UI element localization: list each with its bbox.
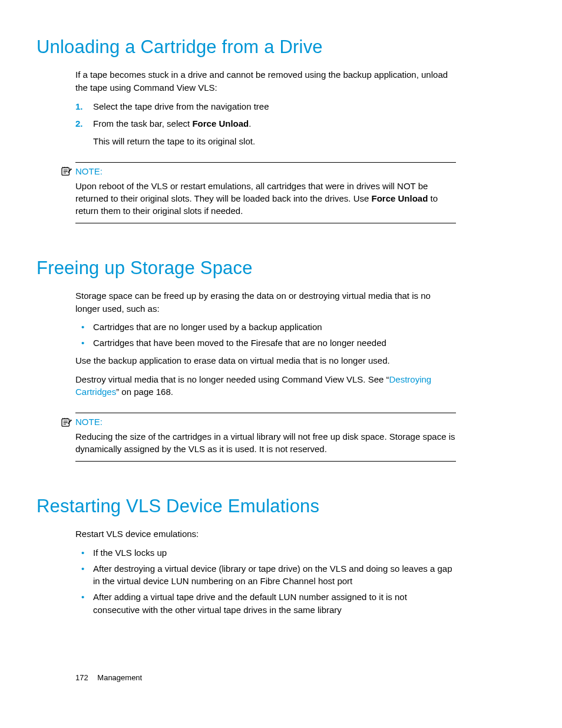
rule	[75, 413, 456, 413]
note-body: Reducing the size of the cartridges in a…	[75, 430, 456, 455]
s1-intro: If a tape becomes stuck in a drive and c…	[75, 68, 456, 94]
s3-bullets: If the VLS locks up After destroying a v…	[75, 546, 456, 617]
s2-bullets: Cartridges that are no longer used by a …	[75, 321, 456, 350]
heading-unloading: Unloading a Cartridge from a Drive	[37, 37, 527, 58]
step-text: Select the tape drive from the navigatio…	[93, 101, 269, 111]
list-marker: 2.	[75, 117, 83, 130]
list-item: 1. Select the tape drive from the naviga…	[75, 100, 456, 113]
list-item: Cartridges that are no longer used by a …	[75, 321, 456, 334]
page-number: 172	[75, 673, 88, 682]
step-subtext: This will return the tape to its origina…	[93, 135, 456, 148]
note-icon	[61, 417, 72, 427]
list-item: After destroying a virtual device (libra…	[75, 562, 456, 588]
rule	[75, 162, 456, 163]
footer-section: Management	[97, 673, 142, 682]
note-label: NOTE:	[75, 166, 103, 176]
list-marker: 1.	[75, 100, 83, 113]
list-item: Cartridges that have been moved to the F…	[75, 337, 456, 350]
list-item: 2. From the task bar, select Force Unloa…	[75, 117, 456, 148]
note-block: NOTE: Reducing the size of the cartridge…	[75, 413, 456, 462]
list-item: After adding a virtual tape drive and th…	[75, 591, 456, 617]
s1-steps: 1. Select the tape drive from the naviga…	[75, 100, 456, 148]
rule	[75, 223, 456, 223]
note-icon	[61, 166, 72, 176]
s2-p3: Destroy virtual media that is no longer …	[75, 373, 456, 399]
list-item: If the VLS locks up	[75, 546, 456, 559]
page-footer: 172 Management	[75, 673, 142, 682]
s3-intro: Restart VLS device emulations:	[75, 528, 456, 541]
note-body: Upon reboot of the VLS or restart emulat…	[75, 180, 456, 217]
step-text: From the task bar, select Force Unload.	[93, 118, 251, 129]
note-block: NOTE: Upon reboot of the VLS or restart …	[75, 162, 456, 223]
s2-intro: Storage space can be freed up by erasing…	[75, 289, 456, 315]
heading-freeing: Freeing up Storage Space	[37, 258, 527, 279]
rule	[75, 461, 456, 462]
s2-p2: Use the backup application to erase data…	[75, 354, 456, 367]
heading-restarting: Restarting VLS Device Emulations	[37, 496, 527, 517]
note-label: NOTE:	[75, 417, 103, 427]
